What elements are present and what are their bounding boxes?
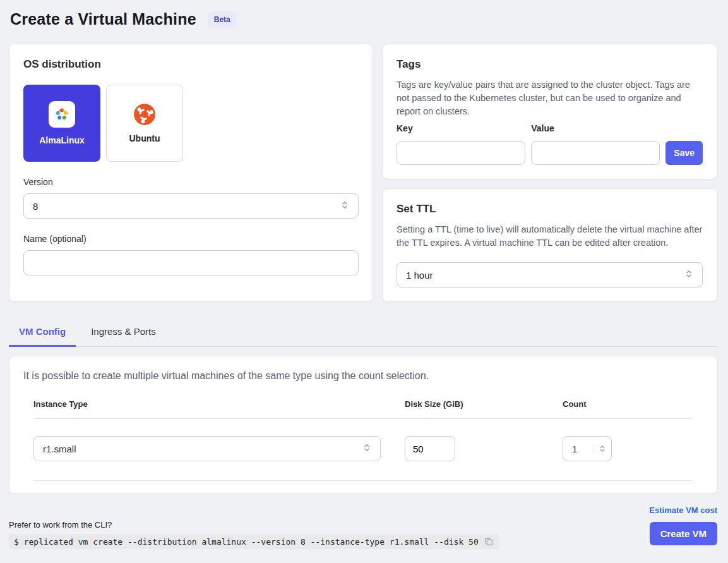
create-vm-button[interactable]: Create VM <box>650 522 717 545</box>
version-select[interactable]: 8 <box>23 193 359 219</box>
column-header-instance-type: Instance Type <box>33 399 405 409</box>
footer: Estimate VM cost Prefer to work from the… <box>9 505 717 549</box>
instance-type-cell: r1.small <box>33 436 405 461</box>
version-label: Version <box>23 177 359 187</box>
vm-table: Instance Type Disk Size (GiB) Count r1.s… <box>23 399 703 481</box>
top-cards-row: OS distribution Alma <box>9 44 717 302</box>
beta-badge: Beta <box>208 11 237 28</box>
name-label: Name (optional) <box>23 234 359 244</box>
vm-table-header: Instance Type Disk Size (GiB) Count <box>33 399 693 419</box>
disk-size-input[interactable] <box>405 436 455 461</box>
tag-key-label: Key <box>397 123 525 133</box>
vm-config-card: It is possible to create multiple virtua… <box>9 356 717 494</box>
count-stepper-arrows[interactable] <box>594 444 606 453</box>
tab-vm-config[interactable]: VM Config <box>9 318 76 347</box>
tag-key-input[interactable] <box>397 141 525 165</box>
cli-command-bar: $ replicated vm create --distribution al… <box>9 534 499 549</box>
os-tile-ubuntu[interactable]: Ubuntu <box>106 85 183 162</box>
ubuntu-logo-icon <box>133 103 156 126</box>
os-tile-label-ubuntu: Ubuntu <box>129 133 160 143</box>
os-tiles: AlmaLinux U <box>23 85 359 162</box>
count-cell: 1 <box>563 436 693 461</box>
os-tile-label-almalinux: AlmaLinux <box>39 135 85 145</box>
disk-size-cell <box>405 436 563 461</box>
tag-value-field: Value <box>531 123 660 165</box>
name-input[interactable] <box>23 250 359 275</box>
config-tabs: VM Config Ingress & Ports <box>9 318 717 347</box>
instance-type-select[interactable]: r1.small <box>33 436 381 461</box>
tags-description: Tags are key/value pairs that are assign… <box>397 78 703 118</box>
cli-section: Prefer to work from the CLI? $ replicate… <box>9 520 499 549</box>
set-ttl-card: Set TTL Setting a TTL (time to live) wil… <box>382 188 717 302</box>
ttl-select-value: 1 hour <box>406 270 433 281</box>
set-ttl-description: Setting a TTL (time to live) will automa… <box>397 223 703 250</box>
chevron-updown-icon <box>362 443 371 454</box>
tab-ingress-ports[interactable]: Ingress & Ports <box>81 318 166 346</box>
tags-card: Tags Tags are key/value pairs that are a… <box>382 44 717 179</box>
save-tag-button[interactable]: Save <box>665 141 703 165</box>
version-select-value: 8 <box>33 201 38 212</box>
ttl-select[interactable]: 1 hour <box>397 262 703 288</box>
count-stepper[interactable]: 1 <box>563 436 612 461</box>
tags-heading: Tags <box>397 58 703 71</box>
tag-key-field: Key <box>397 123 525 165</box>
column-header-disk-size: Disk Size (GiB) <box>405 399 563 409</box>
tag-value-input[interactable] <box>531 141 660 165</box>
copy-icon[interactable] <box>484 536 494 547</box>
cli-prompt-text: Prefer to work from the CLI? <box>9 520 499 530</box>
create-vm-page: Create a Virtual Machine Beta OS distrib… <box>0 0 728 549</box>
os-tile-almalinux[interactable]: AlmaLinux <box>23 85 100 162</box>
column-header-count: Count <box>563 399 693 409</box>
os-distribution-heading: OS distribution <box>23 58 359 71</box>
almalinux-logo-icon <box>49 101 75 128</box>
page-title: Create a Virtual Machine <box>10 10 196 28</box>
right-column: Tags Tags are key/value pairs that are a… <box>382 44 717 302</box>
vm-config-description: It is possible to create multiple virtua… <box>23 370 703 382</box>
instance-type-value: r1.small <box>43 444 76 454</box>
set-ttl-heading: Set TTL <box>397 203 703 215</box>
count-value: 1 <box>572 444 577 454</box>
tags-form-row: Key Value Save <box>397 123 703 165</box>
chevron-updown-icon <box>684 269 693 281</box>
page-header: Create a Virtual Machine Beta <box>10 10 717 28</box>
chevron-updown-icon <box>340 200 349 212</box>
estimate-vm-cost-link[interactable]: Estimate VM cost <box>649 505 717 515</box>
tag-value-label: Value <box>531 123 660 133</box>
os-distribution-card: OS distribution Alma <box>9 44 373 302</box>
vm-table-row: r1.small 1 <box>33 419 693 481</box>
cli-command-text: $ replicated vm create --distribution al… <box>14 537 479 547</box>
